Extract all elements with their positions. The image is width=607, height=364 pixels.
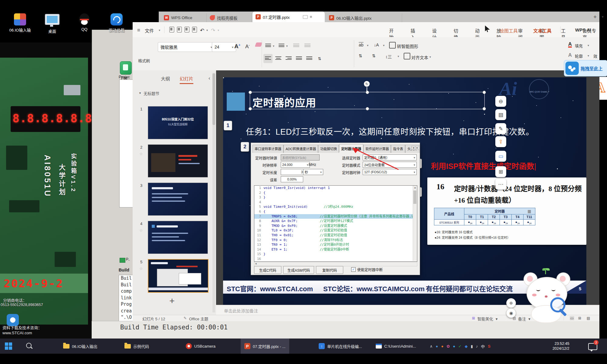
section-title[interactable]: 无标题节: [144, 90, 159, 96]
taskbar-item-mcu-upgrade[interactable]: ↑ 单片机在线升级编...: [315, 339, 366, 354]
chevron-down-icon[interactable]: ▾: [588, 54, 589, 57]
redo-chevron-icon[interactable]: ▾: [218, 29, 219, 32]
file-menu[interactable]: 文件: [145, 27, 154, 34]
isp-tab-pinswap[interactable]: 功能脚切换: [318, 145, 339, 153]
favorite-star-icon[interactable]: ☆: [139, 228, 143, 233]
align-right-button[interactable]: [284, 54, 293, 63]
menu-item-drawing-tools[interactable]: 绘图工具: [500, 27, 518, 34]
layers-button[interactable]: ▤: [495, 109, 506, 120]
redo-icon[interactable]: ↷: [211, 27, 215, 34]
tray-expand-icon[interactable]: ∧: [430, 344, 433, 349]
tab-scroll-right-icon[interactable]: ►: [415, 146, 419, 150]
share-button[interactable]: ⇪: [495, 136, 506, 147]
tab-list-chevron-icon[interactable]: ▾: [602, 15, 604, 19]
tray-antivirus-icon[interactable]: ✓: [458, 344, 462, 349]
increase-font-button[interactable]: A+: [234, 43, 240, 50]
distribute-button[interactable]: [305, 54, 314, 63]
tray-bluetooth-icon[interactable]: ●: [436, 344, 438, 349]
decrease-indent-icon[interactable]: [293, 44, 299, 48]
font-name-select[interactable]: 微软雅黑 ▾: [158, 42, 215, 52]
smart-graphic-label[interactable]: 转智能图形: [397, 43, 418, 49]
taskbar-search-icon[interactable]: [26, 343, 32, 348]
add-slide-button[interactable]: +: [169, 296, 175, 306]
length-unit-select[interactable]: 秒▾: [303, 169, 323, 175]
tray-sogou-icon[interactable]: S: [488, 344, 491, 349]
text-direction-icon[interactable]: ab: [359, 42, 364, 47]
generate-asm-code-button[interactable]: 生成ASM代码: [283, 266, 314, 274]
task-text[interactable]: 任务1：LED灯三秒取反一次，这期间任意时刻按下按钮，串口打印按键次数。: [246, 125, 534, 137]
text-outline-label[interactable]: 轮廓: [575, 53, 583, 59]
collapse-toolbar-button[interactable]: ⊖: [495, 96, 506, 107]
title-selection-box[interactable]: [250, 92, 485, 109]
selection-handle[interactable]: [483, 107, 486, 110]
favorite-star-icon[interactable]: ☆: [139, 152, 143, 156]
font-size-select[interactable]: 24 ▾: [212, 42, 236, 52]
wps-ai-label[interactable]: WPS AI: [575, 27, 591, 32]
red-annotation-text[interactable]: 利用ISP软件直接生成定时函数|: [431, 160, 536, 171]
text-fill-label[interactable]: 填充: [575, 43, 583, 49]
length-input[interactable]: 3: [281, 169, 304, 175]
isp-tab-baudrate[interactable]: 串口波特率计算器: [253, 145, 283, 153]
code-horizontal-scrollbar[interactable]: ◄: [254, 262, 417, 266]
presenting-monitor-icon[interactable]: [303, 15, 308, 19]
taskbar-item-samples-folder[interactable]: 示例代码: [121, 339, 153, 354]
tray-volume-icon[interactable]: ♪: [476, 344, 478, 349]
chevron-down-icon[interactable]: ▾: [286, 44, 288, 48]
section-arrow-icon[interactable]: ▼: [139, 92, 141, 95]
collapse-panel-icon[interactable]: ‹: [209, 75, 210, 81]
slide-thumbnail-2[interactable]: [148, 144, 208, 177]
chevron-down-icon[interactable]: ▾: [429, 55, 431, 59]
copy-code-button[interactable]: 复制代码: [316, 266, 343, 274]
cloud-drag-upload-popup[interactable]: 拖拽至此上: [564, 60, 607, 76]
align-text-label[interactable]: 对齐文本: [411, 54, 428, 60]
selection-handle[interactable]: [366, 107, 369, 110]
generated-code-panel[interactable]: 1void Timer0_Isr(void) interrupt 1 2{ 3}…: [254, 185, 417, 262]
tray-flower-icon[interactable]: ✿: [446, 344, 450, 349]
align-center-button[interactable]: [274, 54, 283, 63]
tray-app-icon[interactable]: ●: [453, 344, 455, 349]
tray-ime-icon[interactable]: 中: [481, 343, 485, 349]
desktop-icon-archive[interactable]: 06.IO输入输: [5, 13, 35, 33]
smart-graphic-button[interactable]: ⊞: [495, 166, 506, 177]
start-button[interactable]: [5, 342, 12, 350]
tab-outline[interactable]: 大纲: [161, 75, 170, 82]
save-icon[interactable]: [169, 27, 174, 32]
slide-thumbnail-1[interactable]: 8051U深度入门到32位 51大型实战视频: [148, 106, 208, 139]
line-spacing-up-icon[interactable]: ⇅: [359, 53, 362, 58]
panel-scrollbar[interactable]: [212, 73, 215, 312]
chevron-down-icon[interactable]: ▾: [588, 44, 589, 47]
freq-select[interactable]: 24.000▾: [281, 162, 310, 168]
new-tab-button[interactable]: +: [593, 14, 597, 20]
beautify-button[interactable]: 智能美化: [477, 316, 493, 322]
tab-wps-office[interactable]: W WPS Office: [161, 13, 207, 22]
hamburger-icon[interactable]: ≡: [137, 27, 140, 33]
chevron-down-icon[interactable]: ▾: [383, 44, 385, 47]
line-break-button[interactable]: ⇅: [315, 54, 324, 63]
slide-thumbnail-5-selected[interactable]: [148, 259, 209, 293]
code-vertical-scrollbar[interactable]: ▲: [413, 186, 417, 261]
tray-firefox-icon[interactable]: ●: [441, 344, 443, 349]
text-fill-icon[interactable]: A: [568, 41, 572, 48]
taskbar-clock[interactable]: 23:52:45 2024/12/2: [546, 341, 569, 351]
keil-build-output[interactable]: Buil Buil comp link Prog crea ".\O: [119, 275, 134, 322]
file-menu-chevron-icon[interactable]: ▾: [159, 29, 160, 32]
chevron-down-icon[interactable]: ▾: [367, 44, 368, 47]
text-outline-icon[interactable]: A: [568, 52, 572, 58]
theme-label[interactable]: Office 主题: [189, 316, 208, 322]
tab-timer-pptx[interactable]: P 07.定时器.pptx: [253, 12, 325, 22]
generate-c-code-button[interactable]: 生成C代码: [254, 266, 281, 274]
tab-docer-templates[interactable]: 找稻壳模板: [207, 13, 252, 22]
tab-scroll-left-icon[interactable]: ◄: [411, 146, 415, 150]
menu-item-text-tools[interactable]: 文本工具: [533, 27, 551, 34]
taskbar-item-timer-pptx[interactable]: P 07.定时器.pptx - ...: [241, 339, 289, 354]
line-spacing-icon[interactable]: ↕三: [385, 53, 392, 59]
more-tools-button[interactable]: ⋯: [495, 179, 506, 190]
chevron-down-icon[interactable]: ▾: [496, 317, 498, 321]
tab-slides[interactable]: 幻灯片: [180, 75, 193, 84]
desktop-icon-desktop[interactable]: 桌面: [38, 14, 67, 34]
chevron-down-icon[interactable]: ▾: [398, 55, 399, 58]
rotate-handle[interactable]: ↻: [364, 81, 370, 87]
tray-battery-icon[interactable]: ▮: [471, 344, 473, 349]
tray-sync-icon[interactable]: ◆: [465, 344, 468, 349]
bullet-list-icon[interactable]: [265, 44, 271, 48]
